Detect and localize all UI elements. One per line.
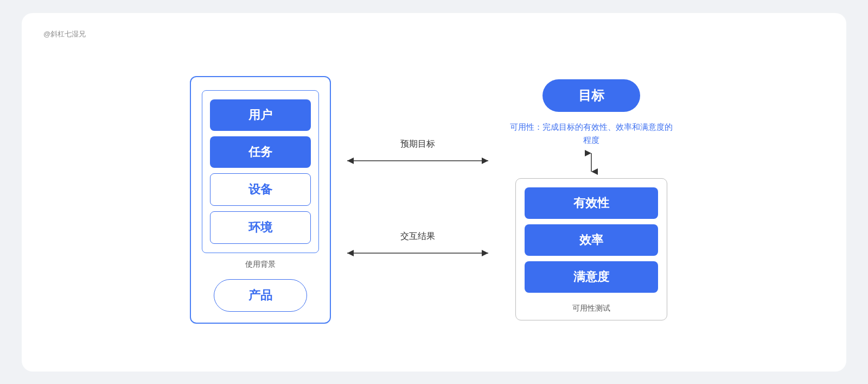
device-btn: 设备 [210, 173, 311, 206]
user-btn: 用户 [210, 99, 311, 131]
product-btn: 产品 [214, 279, 308, 312]
arrows-section: 预期目标 交互结果 [331, 108, 505, 292]
right-panel-label: 可用性测试 [525, 304, 658, 313]
bottom-arrow-row: 交互结果 [331, 231, 505, 261]
vertical-arrow-svg [585, 149, 598, 176]
bottom-arrow-svg [336, 245, 499, 261]
efficiency-btn: 效率 [525, 224, 658, 256]
top-arrow-row: 预期目标 [331, 139, 505, 168]
right-panel: 目标 可用性：完成目标的有效性、效率和满意度的程度 [505, 79, 678, 320]
diagram-area: 用户 任务 设备 环境 使用背景 产品 预期目标 [43, 50, 825, 350]
goal-btn: 目标 [542, 79, 640, 112]
bottom-label: 交互结果 [400, 231, 435, 242]
top-label: 预期目标 [400, 139, 435, 150]
effectiveness-btn: 有效性 [525, 187, 658, 219]
usage-context-label: 使用背景 [202, 260, 319, 269]
task-btn: 任务 [210, 136, 311, 168]
top-arrow-svg [336, 153, 499, 168]
left-panel: 用户 任务 设备 环境 使用背景 产品 [190, 76, 331, 324]
left-inner-panel: 用户 任务 设备 环境 [202, 90, 319, 253]
right-box: 有效性 效率 满意度 可用性测试 [515, 178, 667, 320]
watermark: @斜杠七湿兄 [43, 29, 825, 39]
usability-section: 可用性：完成目标的有效性、效率和满意度的程度 [505, 115, 678, 178]
env-btn: 环境 [210, 211, 311, 244]
main-card: @斜杠七湿兄 用户 任务 设备 环境 使用背景 产品 预期目标 [22, 13, 846, 372]
satisfaction-btn: 满意度 [525, 261, 658, 293]
usability-text: 可用性：完成目标的有效性、效率和满意度的程度 [510, 121, 673, 147]
